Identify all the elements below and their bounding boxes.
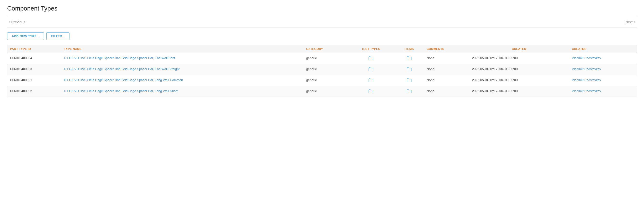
cell-type-name[interactable]: D.FD2-VD HVS.Field Cage Spacer Bar.Field…: [61, 75, 304, 86]
type-name-link[interactable]: D.FD2-VD HVS.Field Cage Spacer Bar.Field…: [64, 67, 180, 71]
creator-link[interactable]: Vladimir Podstavkov: [572, 67, 601, 71]
cell-test-types[interactable]: [347, 75, 394, 86]
cell-creator[interactable]: Vladimir Podstavkov: [569, 86, 637, 97]
cell-created: 2022-05-04 12:17:13UTC-05:00: [469, 64, 569, 75]
test-types-folder-icon[interactable]: [368, 56, 374, 61]
col-header-items: ITEMS: [394, 45, 424, 53]
test-types-folder-icon[interactable]: [368, 78, 374, 83]
col-header-created: CREATED: [469, 45, 569, 53]
cell-items[interactable]: [394, 53, 424, 64]
table-body: D06010400004 D.FD2-VD HVS.Field Cage Spa…: [7, 53, 637, 97]
test-types-folder-icon[interactable]: [368, 89, 374, 94]
table-header: PART TYPE ID TYPE NAME CATEGORY Test Typ…: [7, 45, 637, 53]
cell-comments: None: [424, 53, 469, 64]
test-types-folder-icon[interactable]: [368, 67, 374, 72]
cell-comments: None: [424, 64, 469, 75]
chevron-left-icon: ‹: [9, 20, 10, 24]
chevron-right-icon: ›: [634, 20, 635, 24]
items-folder-icon[interactable]: [406, 56, 412, 61]
filter-button[interactable]: FILTER...: [46, 32, 70, 40]
cell-part-id: D06010400002: [7, 86, 61, 97]
cell-category: generic: [304, 53, 347, 64]
cell-type-name[interactable]: D.FD2-VD HVS.Field Cage Spacer Bar.Field…: [61, 86, 304, 97]
table-row: D06010400001 D.FD2-VD HVS.Field Cage Spa…: [7, 75, 637, 86]
cell-test-types[interactable]: [347, 53, 394, 64]
next-button[interactable]: Next ›: [624, 19, 637, 25]
previous-label: Previous: [11, 20, 25, 24]
col-header-test-types: Test Types: [347, 45, 394, 53]
toolbar: ADD NEW TYPE... FILTER...: [7, 32, 637, 40]
cell-created: 2022-05-04 12:17:13UTC-05:00: [469, 53, 569, 64]
table-row: D06010400004 D.FD2-VD HVS.Field Cage Spa…: [7, 53, 637, 64]
cell-category: generic: [304, 86, 347, 97]
cell-category: generic: [304, 75, 347, 86]
type-name-link[interactable]: D.FD2-VD HVS.Field Cage Spacer Bar.Field…: [64, 78, 183, 82]
table-row: D06010400003 D.FD2-VD HVS.Field Cage Spa…: [7, 64, 637, 75]
previous-button[interactable]: ‹ Previous: [7, 19, 27, 25]
items-folder-icon[interactable]: [406, 89, 412, 94]
col-header-category: CATEGORY: [304, 45, 347, 53]
cell-creator[interactable]: Vladimir Podstavkov: [569, 53, 637, 64]
type-name-link[interactable]: D.FD2-VD HVS.Field Cage Spacer Bar.Field…: [64, 89, 178, 93]
next-label: Next: [626, 20, 633, 24]
col-header-creator: CREATOR: [569, 45, 637, 53]
creator-link[interactable]: Vladimir Podstavkov: [572, 78, 601, 82]
type-name-link[interactable]: D.FD2-VD HVS.Field Cage Spacer Bar.Field…: [64, 56, 175, 60]
cell-comments: None: [424, 86, 469, 97]
col-header-comments: COMMENTS: [424, 45, 469, 53]
cell-part-id: D06010400003: [7, 64, 61, 75]
cell-items[interactable]: [394, 75, 424, 86]
cell-created: 2022-05-04 12:17:13UTC-05:00: [469, 75, 569, 86]
cell-test-types[interactable]: [347, 64, 394, 75]
navigation-row: ‹ Previous Next ›: [7, 16, 637, 28]
cell-comments: None: [424, 75, 469, 86]
cell-items[interactable]: [394, 86, 424, 97]
cell-type-name[interactable]: D.FD2-VD HVS.Field Cage Spacer Bar.Field…: [61, 64, 304, 75]
cell-category: generic: [304, 64, 347, 75]
col-header-type-name: TYPE NAME: [61, 45, 304, 53]
component-types-table: PART TYPE ID TYPE NAME CATEGORY Test Typ…: [7, 45, 637, 97]
creator-link[interactable]: Vladimir Podstavkov: [572, 56, 601, 60]
creator-link[interactable]: Vladimir Podstavkov: [572, 89, 601, 93]
add-new-type-button[interactable]: ADD NEW TYPE...: [7, 32, 44, 40]
cell-creator[interactable]: Vladimir Podstavkov: [569, 64, 637, 75]
items-folder-icon[interactable]: [406, 67, 412, 72]
page-title: Component Types: [7, 5, 637, 12]
cell-items[interactable]: [394, 64, 424, 75]
cell-part-id: D06010400004: [7, 53, 61, 64]
table-row: D06010400002 D.FD2-VD HVS.Field Cage Spa…: [7, 86, 637, 97]
cell-part-id: D06010400001: [7, 75, 61, 86]
cell-test-types[interactable]: [347, 86, 394, 97]
items-folder-icon[interactable]: [406, 78, 412, 83]
cell-type-name[interactable]: D.FD2-VD HVS.Field Cage Spacer Bar.Field…: [61, 53, 304, 64]
cell-creator[interactable]: Vladimir Podstavkov: [569, 75, 637, 86]
cell-created: 2022-05-04 12:17:13UTC-05:00: [469, 86, 569, 97]
col-header-part-type-id: PART TYPE ID: [7, 45, 61, 53]
